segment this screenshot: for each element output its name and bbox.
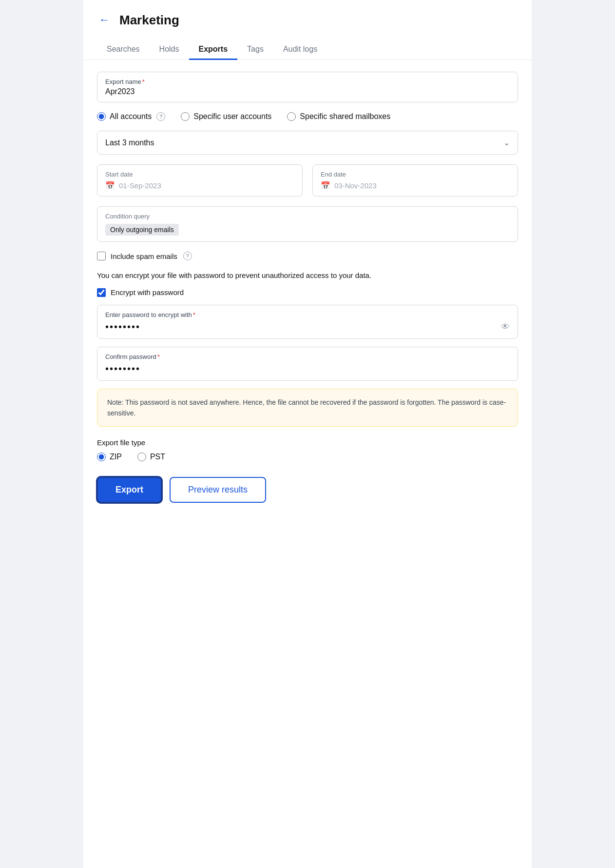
- end-date-field[interactable]: End date 📅 03-Nov-2023: [312, 164, 518, 197]
- password-value: ••••••••: [105, 321, 140, 333]
- include-spam-label: Include spam emails: [111, 252, 177, 260]
- condition-query-box[interactable]: Condition query Only outgoing emails: [97, 206, 518, 242]
- preview-results-button[interactable]: Preview results: [170, 477, 266, 503]
- header: ← Marketing: [83, 0, 532, 28]
- all-accounts-help-icon[interactable]: ?: [156, 112, 165, 121]
- file-type-pst[interactable]: PST: [137, 453, 165, 461]
- password-value-row: •••••••• 👁︎: [105, 321, 510, 333]
- radio-specific-user[interactable]: Specific user accounts: [181, 112, 271, 121]
- encrypt-checkbox-row: Encrypt with password: [97, 288, 518, 297]
- export-button[interactable]: Export: [97, 477, 162, 503]
- start-date-field[interactable]: Start date 📅 01-Sep-2023: [97, 164, 303, 197]
- encrypt-description: You can encrypt your file with password …: [97, 270, 518, 281]
- export-file-type-group: Export file type ZIP PST: [97, 438, 518, 461]
- confirm-password-value-row: ••••••••: [105, 363, 510, 375]
- tab-searches[interactable]: Searches: [97, 40, 150, 60]
- note-box: Note: This password is not saved anywher…: [97, 389, 518, 427]
- encrypt-label: Encrypt with password: [111, 288, 184, 296]
- required-star: *: [142, 78, 145, 85]
- tab-audit-logs[interactable]: Audit logs: [273, 40, 327, 60]
- tab-holds[interactable]: Holds: [150, 40, 189, 60]
- tabs-container: Searches Holds Exports Tags Audit logs: [83, 30, 532, 60]
- include-spam-row: Include spam emails ?: [97, 252, 518, 260]
- tab-exports[interactable]: Exports: [189, 40, 238, 60]
- include-spam-checkbox[interactable]: [97, 252, 106, 260]
- page-container: ← Marketing Searches Holds Exports Tags …: [83, 0, 532, 868]
- start-date-value-row: 📅 01-Sep-2023: [105, 181, 294, 190]
- spam-help-icon[interactable]: ?: [183, 252, 192, 260]
- end-date-value-row: 📅 03-Nov-2023: [321, 181, 510, 190]
- export-name-group: Export name* Apr2023: [97, 72, 518, 102]
- condition-tag: Only outgoing emails: [105, 224, 179, 236]
- radio-all-accounts[interactable]: All accounts ?: [97, 112, 165, 121]
- back-button[interactable]: ←: [97, 12, 112, 28]
- button-row: Export Preview results: [97, 477, 518, 503]
- export-name-label: Export name*: [105, 78, 510, 85]
- file-type-zip[interactable]: ZIP: [97, 453, 122, 461]
- confirm-password-field-box[interactable]: Confirm password* ••••••••: [97, 347, 518, 381]
- radio-specific-shared[interactable]: Specific shared mailboxes: [287, 112, 390, 121]
- start-date-value: 01-Sep-2023: [119, 181, 161, 190]
- export-name-value: Apr2023: [105, 87, 135, 96]
- end-date-value: 03-Nov-2023: [334, 181, 377, 190]
- file-type-row: ZIP PST: [97, 453, 518, 461]
- start-date-label: Start date: [105, 171, 294, 178]
- page-title: Marketing: [119, 13, 179, 28]
- account-type-group: All accounts ? Specific user accounts Sp…: [97, 112, 518, 121]
- date-range-label: Last 3 months: [105, 138, 154, 147]
- encrypt-checkbox[interactable]: [97, 288, 106, 297]
- password-field-label: Enter password to encrypt with*: [105, 311, 510, 318]
- export-file-type-label: Export file type: [97, 438, 518, 447]
- form-content: Export name* Apr2023 All accounts ? Spec…: [83, 60, 532, 514]
- note-text: Note: This password is not saved anywher…: [107, 398, 506, 417]
- condition-query-label: Condition query: [105, 213, 510, 220]
- date-range-select[interactable]: Last 3 months ⌄: [97, 131, 518, 155]
- start-calendar-icon: 📅: [105, 181, 115, 190]
- confirm-password-value: ••••••••: [105, 363, 140, 375]
- tab-tags[interactable]: Tags: [237, 40, 273, 60]
- password-visibility-toggle-icon[interactable]: 👁︎: [501, 322, 510, 332]
- end-calendar-icon: 📅: [321, 181, 330, 190]
- password-field-box[interactable]: Enter password to encrypt with* ••••••••…: [97, 305, 518, 339]
- end-date-label: End date: [321, 171, 510, 178]
- confirm-password-label: Confirm password*: [105, 353, 510, 360]
- chevron-down-icon: ⌄: [503, 138, 510, 147]
- export-name-field[interactable]: Export name* Apr2023: [97, 72, 518, 102]
- date-row: Start date 📅 01-Sep-2023 End date 📅 03-N…: [97, 164, 518, 197]
